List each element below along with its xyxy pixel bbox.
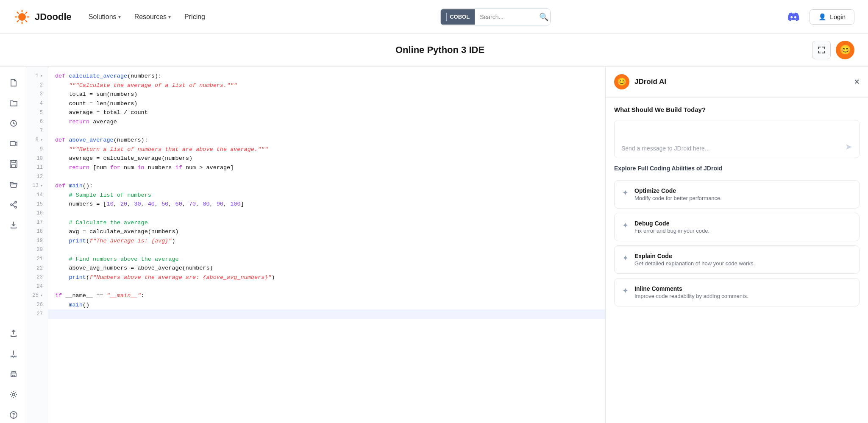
sidebar-video[interactable] xyxy=(4,134,23,153)
code-line-9: """Return a list of numbers that are abo… xyxy=(48,145,605,154)
line-number-16: 16 xyxy=(27,209,48,218)
close-button[interactable]: × xyxy=(854,76,860,87)
sidebar-print[interactable] xyxy=(4,365,23,384)
svg-line-8 xyxy=(17,20,19,22)
sidebar-share[interactable] xyxy=(4,195,23,214)
line-number-8: 8 xyxy=(27,136,48,145)
card-title: Optimize Code xyxy=(634,187,722,194)
card-title: Explain Code xyxy=(634,253,755,259)
settings-icon xyxy=(9,390,18,399)
title-bar: Online Python 3 IDE 😊 xyxy=(0,34,868,67)
svg-rect-10 xyxy=(10,142,15,146)
language-badge[interactable]: COBOL xyxy=(441,9,475,25)
help-icon xyxy=(9,411,18,419)
optimize-card[interactable]: ✦ Optimize Code Modify code for better p… xyxy=(614,180,860,209)
code-line-15: numbers = [10, 20, 30, 40, 50, 60, 70, 8… xyxy=(48,200,605,209)
folder-open-icon xyxy=(9,180,18,189)
search-box: COBOL 🔍 xyxy=(440,8,551,25)
line-number-2: 2 xyxy=(27,81,48,90)
svg-point-13 xyxy=(15,201,17,203)
sidebar-upload[interactable] xyxy=(4,324,23,343)
line-number-9: 9 xyxy=(27,145,48,154)
code-line-3: total = sum(numbers) xyxy=(48,90,605,99)
svg-rect-12 xyxy=(11,165,16,167)
line-number-15: 15 xyxy=(27,200,48,209)
svg-point-15 xyxy=(11,204,12,206)
svg-point-14 xyxy=(15,206,17,208)
svg-point-22 xyxy=(13,417,14,417)
sidebar-download[interactable] xyxy=(4,345,23,363)
logo-text: JDoodle xyxy=(35,11,72,22)
svg-rect-19 xyxy=(12,375,15,377)
svg-line-6 xyxy=(26,20,27,22)
card-title: Debug Code xyxy=(634,220,709,227)
nav-pricing[interactable]: Pricing xyxy=(184,13,205,21)
svg-line-7 xyxy=(26,12,27,13)
code-line-27 xyxy=(48,309,605,319)
code-line-8: def above_average(numbers): xyxy=(48,136,605,145)
code-lines[interactable]: def calculate_average(numbers): """Calcu… xyxy=(48,67,605,423)
chevron-down-icon: ▾ xyxy=(168,14,171,20)
code-line-22: above_avg_numbers = above_average(number… xyxy=(48,264,605,273)
ai-cards: ✦ Optimize Code Modify code for better p… xyxy=(614,180,860,311)
page-title: Online Python 3 IDE xyxy=(68,45,812,56)
line-number-1: 1 xyxy=(27,72,48,81)
nav-resources[interactable]: Resources ▾ xyxy=(134,13,171,21)
line-number-27: 27 xyxy=(27,309,48,319)
ai-avatar: 😊 xyxy=(614,74,629,89)
code-editor[interactable]: 1234567891011121314151617181920212223242… xyxy=(27,67,605,423)
code-container: 1234567891011121314151617181920212223242… xyxy=(27,67,605,423)
code-line-20 xyxy=(48,245,605,255)
line-number-12: 12 xyxy=(27,173,48,182)
sidebar-new-file[interactable] xyxy=(4,73,23,92)
save-icon xyxy=(9,160,18,168)
explain-card[interactable]: ✦ Explain Code Get detailed explanation … xyxy=(614,245,860,274)
code-line-4: count = len(numbers) xyxy=(48,99,605,109)
sidebar-settings[interactable] xyxy=(4,385,23,404)
card-icon: ✦ xyxy=(622,221,629,230)
sidebar-history[interactable] xyxy=(4,114,23,133)
login-button[interactable]: 👤 Login xyxy=(810,9,854,25)
line-number-7: 7 xyxy=(27,127,48,136)
discord-icon xyxy=(787,11,799,23)
search-button[interactable]: 🔍 xyxy=(534,9,551,25)
nav-solutions[interactable]: Solutions ▾ xyxy=(89,13,121,21)
code-line-17: # Calculate the average xyxy=(48,218,605,228)
debug-card[interactable]: ✦ Debug Code Fix error and bug in your c… xyxy=(614,213,860,241)
sidebar-export[interactable] xyxy=(4,216,23,234)
line-number-23: 23 xyxy=(27,273,48,282)
sidebar-save[interactable] xyxy=(4,155,23,173)
code-line-26: main() xyxy=(48,301,605,310)
code-line-16 xyxy=(48,209,605,218)
code-line-12 xyxy=(48,173,605,182)
code-line-23: print(f"Numbers above the average are: {… xyxy=(48,273,605,282)
logo[interactable]: JDoodle xyxy=(14,8,72,25)
svg-line-16 xyxy=(12,203,15,205)
user-avatar-button[interactable]: 😊 xyxy=(836,41,854,59)
expand-button[interactable] xyxy=(812,41,831,59)
line-number-13: 13 xyxy=(27,181,48,191)
new-file-icon xyxy=(9,78,18,87)
line-number-5: 5 xyxy=(27,108,48,117)
ai-header: 😊 JDroid AI × xyxy=(606,67,868,97)
history-icon xyxy=(9,119,18,128)
comments-card[interactable]: ✦ Inline Comments Improve code readabili… xyxy=(614,278,860,306)
line-number-21: 21 xyxy=(27,255,48,264)
sidebar-help[interactable] xyxy=(4,406,23,423)
code-line-2: """Calculate the average of a list of nu… xyxy=(48,81,605,90)
ai-chat-box[interactable]: Send a message to JDroid here... ➤ xyxy=(614,120,860,158)
navbar-right: 👤 Login xyxy=(786,9,854,25)
lang-label: COBOL xyxy=(450,14,470,20)
line-number-25: 25 xyxy=(27,291,48,301)
ai-send-icon[interactable]: ➤ xyxy=(845,142,852,152)
ai-body: What Should We Build Today? Send a messa… xyxy=(606,97,868,423)
chevron-down-icon: ▾ xyxy=(118,14,121,20)
card-desc: Improve code readability by adding comme… xyxy=(634,293,748,299)
sidebar-folder[interactable] xyxy=(4,94,23,112)
sidebar-folder-open[interactable] xyxy=(4,175,23,194)
code-line-11: return [num for num in numbers if num > … xyxy=(48,163,605,173)
search-input[interactable] xyxy=(475,10,534,24)
line-number-26: 26 xyxy=(27,301,48,310)
discord-button[interactable] xyxy=(786,9,801,25)
card-icon: ✦ xyxy=(622,286,629,295)
